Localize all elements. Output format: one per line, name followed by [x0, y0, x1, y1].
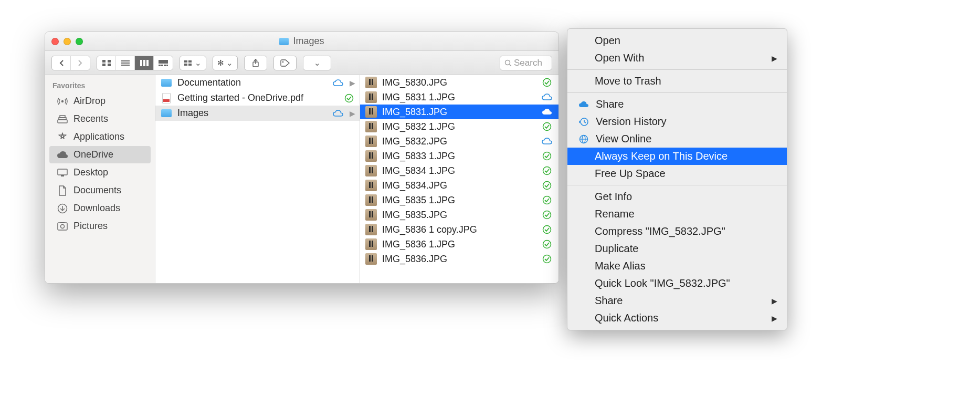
menu-item-label: Always Keep on This Device	[595, 150, 728, 162]
sidebar-item-documents[interactable]: Documents	[49, 182, 151, 199]
sidebar-item-label: Downloads	[73, 203, 120, 214]
menu-item-view-online[interactable]: View Online	[567, 130, 787, 148]
menu-item-quick-actions[interactable]: Quick Actions▶	[567, 309, 787, 327]
action-button[interactable]: ✻ ⌄	[213, 56, 238, 70]
menu-separator	[567, 92, 787, 93]
menu-item-rename[interactable]: Rename	[567, 205, 787, 223]
column2-row[interactable]: IMG_5832.JPG	[360, 134, 559, 149]
nav-back-button[interactable]	[52, 56, 71, 70]
menu-item-make-alias[interactable]: Make Alias	[567, 257, 787, 275]
menu-item-open-with[interactable]: Open With▶	[567, 49, 787, 67]
tags-button[interactable]	[273, 56, 297, 70]
maximize-window-button[interactable]	[76, 38, 83, 45]
share-button[interactable]	[244, 56, 267, 70]
column2-row[interactable]: IMG_5834.JPG	[360, 178, 559, 193]
sidebar-item-recents[interactable]: Recents	[49, 110, 151, 128]
column2-row[interactable]: IMG_5832 1.JPG	[360, 119, 559, 134]
column1-row[interactable]: Getting started - OneDrive.pdf	[155, 90, 360, 106]
recents-icon	[57, 115, 68, 123]
menu-item-get-info[interactable]: Get Info	[567, 188, 787, 205]
column2-row[interactable]: IMG_5830.JPG	[360, 75, 559, 90]
menu-item-label: Free Up Space	[595, 168, 666, 180]
minimize-window-button[interactable]	[64, 38, 71, 45]
view-gallery-button[interactable]	[154, 56, 173, 70]
column2-row[interactable]: IMG_5833 1.JPG	[360, 149, 559, 163]
sidebar-item-onedrive[interactable]: OneDrive	[49, 146, 151, 163]
sync-status-icon	[541, 254, 553, 264]
column2-row[interactable]: IMG_5831 1.JPG	[360, 90, 559, 105]
dropdown-button[interactable]: ⌄	[303, 56, 331, 70]
menu-item-label: Move to Trash	[595, 75, 661, 87]
search-icon	[504, 59, 512, 67]
menu-item-compress-img-5832-jpg[interactable]: Compress "IMG_5832.JPG"	[567, 223, 787, 240]
folder-icon	[161, 109, 172, 118]
menu-item-label: View Online	[596, 133, 651, 145]
column2-row[interactable]: IMG_5835.JPG	[360, 207, 559, 222]
svg-line-22	[510, 64, 512, 66]
svg-rect-17	[184, 64, 187, 66]
gear-icon: ✻	[217, 58, 224, 68]
column1-row[interactable]: Documentation ▶	[155, 75, 360, 90]
sidebar-item-desktop[interactable]: Desktop	[49, 164, 151, 181]
view-column-button[interactable]	[135, 56, 154, 70]
file-label: IMG_5836.JPG	[382, 254, 535, 265]
sidebar-item-airdrop[interactable]: AirDrop	[49, 92, 151, 110]
sync-status-icon	[541, 151, 553, 161]
menu-item-always-keep-on-this-device[interactable]: Always Keep on This Device	[567, 148, 787, 165]
chevron-down-icon: ⌄	[314, 58, 321, 68]
chevron-down-icon: ⌄	[226, 58, 233, 68]
chevron-right-icon: ▶	[350, 79, 355, 87]
svg-rect-9	[146, 60, 149, 66]
search-placeholder: Search	[514, 58, 542, 68]
menu-separator	[567, 185, 787, 185]
folder-icon	[279, 38, 289, 45]
svg-point-23	[61, 100, 64, 102]
file-label: IMG_5831 1.JPG	[382, 92, 535, 103]
column2-row[interactable]: IMG_5836 1.JPG	[360, 237, 559, 252]
svg-rect-32	[60, 222, 65, 223]
image-thumbnail	[365, 91, 377, 103]
column2-row[interactable]: IMG_5836.JPG	[360, 252, 559, 266]
svg-rect-0	[102, 60, 106, 63]
column2-row[interactable]: IMG_5835 1.JPG	[360, 193, 559, 207]
column-2: IMG_5830.JPG IMG_5831 1.JPG IMG_5831.JPG…	[360, 75, 559, 283]
tag-icon	[280, 59, 290, 67]
menu-item-label: Duplicate	[595, 243, 638, 255]
menu-item-move-to-trash[interactable]: Move to Trash	[567, 72, 787, 90]
arrange-button[interactable]: ⌄	[180, 56, 206, 70]
menu-item-duplicate[interactable]: Duplicate	[567, 240, 787, 257]
svg-rect-7	[140, 60, 142, 66]
content-area: Favorites AirDropRecentsApplicationsOneD…	[45, 75, 559, 283]
cloud-icon	[57, 151, 68, 159]
close-window-button[interactable]	[51, 38, 59, 45]
svg-point-33	[345, 94, 353, 102]
view-list-button[interactable]	[116, 56, 135, 70]
column2-row[interactable]: IMG_5836 1 copy.JPG	[360, 222, 559, 237]
column1-row[interactable]: Images ▶	[155, 106, 360, 121]
sidebar-item-pictures[interactable]: Pictures	[49, 217, 151, 235]
column2-row[interactable]: IMG_5831.JPG	[360, 105, 559, 119]
menu-item-share[interactable]: Share▶	[567, 292, 787, 309]
sidebar-item-applications[interactable]: Applications	[49, 128, 151, 145]
menu-item-open[interactable]: Open	[567, 32, 787, 49]
image-thumbnail	[365, 121, 377, 132]
sync-status-icon	[541, 138, 553, 145]
menu-item-quick-look-img-5832-jpg[interactable]: Quick Look "IMG_5832.JPG"	[567, 275, 787, 292]
sidebar-item-downloads[interactable]: Downloads	[49, 200, 151, 217]
sidebar-item-label: Documents	[73, 185, 121, 196]
sidebar-item-label: Recents	[73, 113, 108, 124]
titlebar: Images	[45, 32, 559, 51]
file-label: IMG_5835 1.JPG	[382, 195, 535, 206]
menu-item-version-history[interactable]: Version History	[567, 113, 787, 130]
menu-item-share[interactable]: Share	[567, 96, 787, 113]
file-label: IMG_5836 1.JPG	[382, 239, 535, 250]
menu-item-free-up-space[interactable]: Free Up Space	[567, 165, 787, 182]
nav-forward-button[interactable]	[71, 56, 90, 70]
window-title-text: Images	[293, 36, 324, 47]
column2-row[interactable]: IMG_5834 1.JPG	[360, 163, 559, 178]
view-icon-button[interactable]	[97, 56, 116, 70]
search-input[interactable]: Search	[500, 56, 552, 70]
svg-point-31	[61, 224, 65, 228]
sync-status-icon	[541, 240, 553, 249]
file-label: IMG_5836 1 copy.JPG	[382, 224, 535, 235]
